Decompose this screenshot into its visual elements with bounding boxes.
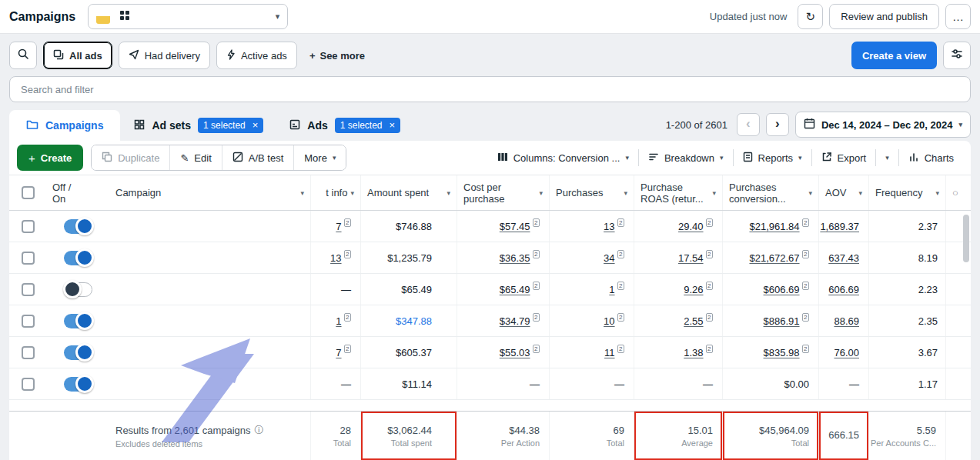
campaign-name-cell[interactable] <box>109 274 310 305</box>
cell-cost[interactable]: $57.452 <box>457 211 549 242</box>
column-header-cost-per-purchase[interactable]: Cost per purchase▾ <box>457 175 549 210</box>
column-header-info[interactable]: t info▾ <box>310 175 360 210</box>
see-more-button[interactable]: + See more <box>303 50 371 62</box>
clear-selection-icon[interactable]: × <box>390 122 396 129</box>
view-settings-button[interactable] <box>943 42 971 69</box>
account-selector[interactable]: ▾ <box>88 4 288 29</box>
column-header-roas[interactable]: Purchase ROAS (retur...▾ <box>634 175 722 210</box>
cell-roas[interactable]: 9.262 <box>634 274 722 305</box>
campaign-toggle[interactable] <box>46 368 109 399</box>
campaign-toggle[interactable] <box>46 274 109 305</box>
campaign-name-cell[interactable] <box>109 242 310 273</box>
campaign-toggle[interactable] <box>46 211 109 242</box>
export-options-dropdown[interactable]: ▾ <box>875 149 898 166</box>
column-header-overflow[interactable]: ○ <box>945 175 971 210</box>
cell-conv[interactable]: $21,672.672 <box>722 242 818 273</box>
cell-aov[interactable]: 88.69 <box>818 305 868 336</box>
column-header-campaign[interactable]: Campaign▾ <box>109 175 310 210</box>
cell-cost[interactable]: $65.492 <box>457 274 549 305</box>
campaign-name-cell[interactable] <box>109 368 310 399</box>
cell-cost[interactable]: $36.352 <box>457 242 549 273</box>
breakdown-dropdown[interactable]: Breakdown ▾ <box>638 149 733 166</box>
cell-aov[interactable]: 606.69 <box>818 274 868 305</box>
cell-purch[interactable]: 112 <box>549 337 634 368</box>
cell-purch[interactable]: 132 <box>549 211 634 242</box>
date-range-picker[interactable]: Dec 14, 2024 – Dec 20, 2024 ▾ <box>795 112 971 138</box>
clear-selection-icon[interactable]: × <box>253 122 259 129</box>
row-checkbox[interactable] <box>9 368 46 399</box>
cell-roas[interactable]: 29.402 <box>634 211 722 242</box>
search-button[interactable] <box>9 42 37 69</box>
cell-conv[interactable]: $21,961.842 <box>722 211 818 242</box>
table-row: —$11.14———$0.00—1.17 <box>9 368 971 400</box>
cell-spent: $11.14 <box>360 368 457 399</box>
row-checkbox[interactable] <box>9 337 46 368</box>
cell-info[interactable]: 72 <box>310 337 360 368</box>
more-options-button[interactable]: … <box>945 4 971 29</box>
cell-conv[interactable]: $886.912 <box>722 305 818 336</box>
filter-active-ads[interactable]: Active ads <box>216 42 297 69</box>
refresh-button[interactable]: ↻ <box>798 4 823 29</box>
next-page-button[interactable]: › <box>766 113 789 136</box>
cell-conv[interactable]: $606.692 <box>722 274 818 305</box>
cell-conv: $0.00 <box>722 368 818 399</box>
column-header-purchases[interactable]: Purchases▾ <box>549 175 634 210</box>
cell-cost[interactable]: $55.032 <box>457 337 549 368</box>
charts-button[interactable]: Charts <box>898 149 963 166</box>
row-checkbox[interactable] <box>9 305 46 336</box>
search-input[interactable] <box>9 76 971 102</box>
cell-conv[interactable]: $835.982 <box>722 337 818 368</box>
ab-test-button[interactable]: A/B test <box>222 145 294 170</box>
row-checkbox[interactable] <box>9 242 46 273</box>
cell-aov[interactable]: 1,689.37 <box>818 211 868 242</box>
campaign-toggle[interactable] <box>46 337 109 368</box>
cell-aov[interactable]: 76.00 <box>818 337 868 368</box>
tab-ads[interactable]: Ads 1 selected × <box>277 110 413 141</box>
column-header-amount-spent[interactable]: Amount spent▾ <box>360 175 457 210</box>
column-header-frequency[interactable]: Frequency▾ <box>868 175 945 210</box>
more-actions-button[interactable]: More ▾ <box>293 145 346 170</box>
select-all-checkbox[interactable] <box>9 175 46 210</box>
cell-purch[interactable]: 12 <box>549 274 634 305</box>
create-a-view-button[interactable]: Create a view <box>851 42 937 69</box>
cell-info[interactable]: 132 <box>310 242 360 273</box>
previous-page-button[interactable]: ‹ <box>737 113 760 136</box>
columns-dropdown[interactable]: Columns: Conversion ... ▾ <box>488 149 638 166</box>
workspace-icon <box>96 10 110 24</box>
row-checkbox[interactable] <box>9 274 46 305</box>
campaign-name-cell[interactable] <box>109 211 310 242</box>
vertical-scrollbar[interactable] <box>963 215 969 262</box>
edit-button[interactable]: ✎ Edit <box>169 145 221 170</box>
cell-purch[interactable]: 102 <box>549 305 634 336</box>
cell-roas[interactable]: 1.382 <box>634 337 722 368</box>
reports-dropdown[interactable]: Reports ▾ <box>733 149 811 166</box>
tabs-right-controls: 1-200 of 2601 ‹ › Dec 14, 2024 – Dec 20,… <box>666 112 971 141</box>
review-and-publish-button[interactable]: Review and publish <box>829 4 939 29</box>
campaign-toggle[interactable] <box>46 242 109 273</box>
folder-icon <box>26 119 38 132</box>
cell-info[interactable]: 72 <box>310 211 360 242</box>
pagination-info: 1-200 of 2601 <box>666 119 727 131</box>
column-header-conversion-value[interactable]: Purchases conversion...▾ <box>722 175 818 210</box>
tab-campaigns[interactable]: Campaigns <box>9 110 120 141</box>
cell-info[interactable]: 12 <box>310 305 360 336</box>
filter-had-delivery[interactable]: Had delivery <box>119 42 210 69</box>
create-campaign-button[interactable]: + Create <box>17 145 83 171</box>
campaign-name-cell[interactable] <box>109 305 310 336</box>
cell-roas[interactable]: 17.542 <box>634 242 722 273</box>
column-header-aov[interactable]: AOV▾ <box>818 175 868 210</box>
row-checkbox[interactable] <box>9 211 46 242</box>
duplicate-button[interactable]: Duplicate <box>92 145 169 170</box>
tab-ad-sets[interactable]: Ad sets 1 selected × <box>122 110 276 141</box>
campaign-name-cell[interactable] <box>109 337 310 368</box>
filter-all-ads[interactable]: All ads <box>43 42 112 69</box>
info-icon[interactable]: ⓘ <box>255 424 264 437</box>
cell-cost[interactable]: $34.792 <box>457 305 549 336</box>
export-button[interactable]: Export <box>811 149 876 166</box>
cell-aov[interactable]: 637.43 <box>818 242 868 273</box>
cell-purch[interactable]: 342 <box>549 242 634 273</box>
cell-roas[interactable]: 2.552 <box>634 305 722 336</box>
campaign-toggle[interactable] <box>46 305 109 336</box>
plus-icon: + <box>28 152 35 165</box>
cell-aov: — <box>818 368 868 399</box>
